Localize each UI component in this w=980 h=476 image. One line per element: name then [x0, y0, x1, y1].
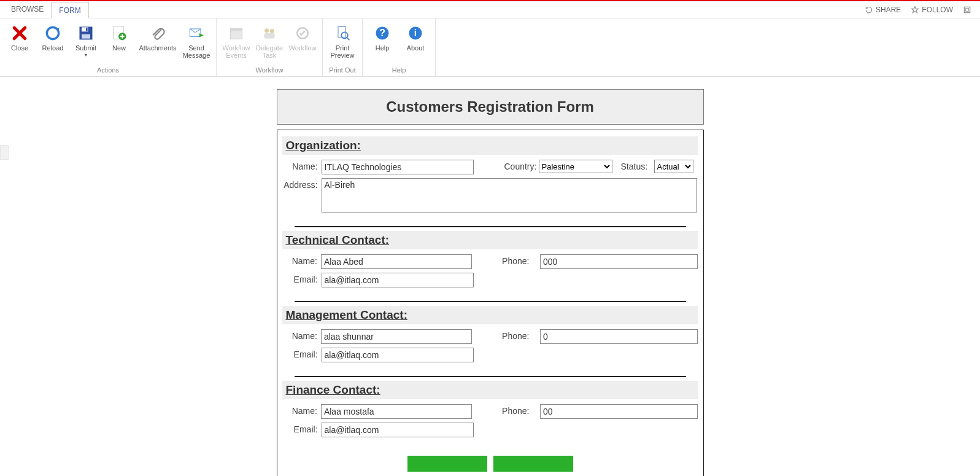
reload-label: Reload — [42, 44, 64, 52]
svg-text:?: ? — [379, 28, 385, 38]
close-label: Close — [11, 44, 28, 52]
fin-name-label: Name: — [282, 404, 321, 416]
tab-bar: BROWSE FORM SHARE FOLLOW — [0, 1, 980, 18]
submit-button[interactable]: Submit ▾ — [70, 21, 102, 65]
follow-button[interactable]: FOLLOW — [911, 6, 953, 14]
workflow-events-button: Workflow Events — [220, 21, 252, 65]
ribbon-group-help: ? Help i About Help — [363, 18, 436, 76]
submit-dropdown-caret: ▾ — [85, 52, 87, 59]
divider — [295, 376, 686, 377]
content-scroll[interactable]: Customers Registration Form Organization… — [0, 77, 980, 476]
org-address-input[interactable] — [322, 178, 697, 213]
org-name-input[interactable] — [322, 160, 474, 174]
page-actions: SHARE FOLLOW — [865, 1, 980, 18]
mgmt-name-label: Name: — [282, 329, 321, 341]
new-button[interactable]: New — [103, 21, 135, 65]
group-label-printout: Print Out — [326, 65, 358, 75]
form-title: Customers Registration Form — [277, 89, 704, 125]
send-message-button[interactable]: Send Message — [180, 21, 212, 65]
people-icon — [260, 23, 279, 43]
tech-phone-label: Phone: — [502, 254, 533, 266]
section-organization: Organization: — [282, 136, 698, 155]
info-icon: i — [406, 23, 425, 43]
org-country-label: Country: — [504, 160, 539, 171]
new-label: New — [112, 44, 126, 52]
fin-phone-input[interactable] — [540, 404, 698, 419]
svg-rect-6 — [86, 28, 88, 31]
fullscreen-icon — [963, 6, 971, 14]
workflow-button: Workflow — [287, 21, 318, 65]
follow-label: FOLLOW — [922, 6, 953, 14]
attachments-button[interactable]: Attachments — [136, 21, 179, 65]
fin-name-input[interactable] — [321, 404, 472, 419]
magnifier-doc-icon — [333, 23, 352, 43]
reload-icon — [43, 23, 63, 43]
print-preview-button[interactable]: Print Preview — [326, 21, 358, 65]
tech-email-label: Email: — [282, 273, 322, 284]
svg-point-12 — [264, 28, 269, 33]
section-technical: Technical Contact: — [282, 231, 698, 249]
new-doc-icon — [109, 23, 129, 43]
group-label-actions: Actions — [4, 65, 212, 75]
close-icon — [10, 23, 29, 43]
reload-button[interactable]: Reload — [37, 21, 69, 65]
registration-form: Customers Registration Form Organization… — [277, 89, 704, 476]
share-button[interactable]: SHARE — [865, 6, 901, 14]
org-country-select[interactable]: Palestine — [539, 160, 612, 173]
svg-rect-0 — [964, 7, 970, 12]
share-icon — [865, 6, 873, 14]
svg-point-2 — [47, 27, 58, 39]
form-action-button-1[interactable] — [407, 456, 487, 472]
tech-email-input[interactable] — [322, 273, 474, 287]
share-label: SHARE — [876, 6, 901, 14]
tech-phone-input[interactable] — [540, 254, 698, 269]
org-address-label: Address: — [282, 178, 322, 190]
mgmt-name-input[interactable] — [321, 329, 472, 344]
paperclip-icon — [148, 23, 168, 43]
divider — [295, 301, 686, 302]
workflow-events-label: Workflow Events — [222, 44, 250, 59]
svg-rect-5 — [82, 34, 90, 39]
tech-name-input[interactable] — [321, 254, 472, 269]
print-preview-label: Print Preview — [330, 44, 354, 59]
calendar-icon — [226, 23, 246, 43]
org-status-label: Status: — [621, 160, 649, 171]
tab-browse[interactable]: BROWSE — [4, 1, 51, 18]
save-icon — [76, 23, 96, 43]
workflow-label: Workflow — [288, 44, 316, 52]
tech-name-label: Name: — [282, 254, 321, 266]
group-label-workflow: Workflow — [220, 65, 318, 75]
attachments-label: Attachments — [139, 44, 176, 52]
svg-point-13 — [270, 29, 274, 33]
close-button[interactable]: Close — [4, 21, 36, 65]
send-message-label: Send Message — [183, 44, 210, 59]
tab-form[interactable]: FORM — [51, 2, 88, 18]
fin-email-input[interactable] — [322, 423, 474, 437]
delegate-task-label: Delegate Task — [256, 44, 283, 59]
submit-label: Submit — [75, 44, 96, 52]
delegate-task-button: Delegate Task — [253, 21, 285, 65]
svg-line-18 — [347, 37, 349, 40]
org-name-label: Name: — [282, 160, 322, 171]
fullscreen-button[interactable] — [963, 6, 971, 14]
mgmt-phone-input[interactable] — [540, 329, 698, 344]
svg-rect-11 — [230, 28, 242, 31]
mgmt-email-input[interactable] — [322, 348, 474, 362]
svg-rect-1 — [966, 8, 969, 11]
mgmt-phone-label: Phone: — [502, 329, 533, 341]
form-action-button-2[interactable] — [493, 456, 573, 472]
section-finance: Finance Contact: — [282, 381, 698, 399]
svg-rect-14 — [264, 33, 275, 39]
send-icon — [187, 23, 206, 43]
section-management: Management Contact: — [282, 306, 698, 324]
about-button[interactable]: i About — [399, 21, 431, 65]
org-status-select[interactable]: Actual — [654, 160, 693, 173]
ribbon-group-printout: Print Preview Print Out — [323, 18, 363, 76]
fin-phone-label: Phone: — [502, 404, 533, 416]
help-button[interactable]: ? Help — [366, 21, 398, 65]
help-label: Help — [376, 44, 390, 52]
help-icon: ? — [372, 23, 392, 43]
mgmt-email-label: Email: — [282, 348, 322, 359]
divider — [295, 226, 686, 227]
form-body: Organization: Name: Country: Palestine S… — [277, 130, 704, 476]
